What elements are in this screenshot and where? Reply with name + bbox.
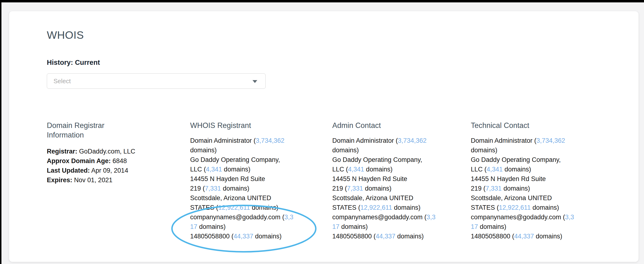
contact-text: domains) [502, 185, 530, 192]
whois-card: WHOIS History: Current Select Domain Reg… [9, 11, 638, 262]
contact-text: 219 ( [471, 185, 486, 192]
domain-count-link[interactable]: 17 [190, 223, 197, 230]
registrar-info-heading: Domain Registrar Information [47, 121, 129, 140]
contact-line: Go Daddy Operating Company, [190, 155, 314, 164]
contact-text: domains) [363, 185, 392, 192]
contact-text: domains) [340, 223, 368, 230]
domain-count-link[interactable]: 3,734,362 [398, 137, 427, 144]
contact-text: Go Daddy Operating Company, [471, 156, 561, 163]
contact-text: STATES ( [332, 204, 360, 211]
contact-line: 14805058800 (44,337 domains) [471, 231, 595, 241]
contact-line: Scottsdale, Arizona UNITED [190, 193, 314, 203]
contact-line: 17 domains) [471, 222, 595, 231]
contact-heading: Technical Contact [471, 121, 595, 130]
contact-text: domains) [392, 204, 421, 211]
domain-count-link[interactable]: 7,331 [205, 185, 221, 192]
domain-count-link[interactable]: 17 [332, 223, 340, 230]
contact-text: 14805058800 ( [190, 233, 234, 240]
contact-text: domains) [471, 147, 497, 154]
contact-line: domains) [332, 145, 456, 155]
contact-text: 14455 N Hayden Rd Suite [332, 175, 407, 182]
contact-line: Scottsdale, Arizona UNITED [332, 193, 456, 203]
contact-text: 219 ( [190, 185, 205, 192]
contact-column: Admin Contact Domain Administrator (3,73… [332, 121, 456, 241]
contact-text: companynames@godaddy.com ( [332, 213, 427, 221]
domain-count-link[interactable]: 44,337 [376, 233, 396, 240]
page-title: WHOIS [47, 29, 84, 41]
contact-text: domains) [364, 166, 393, 173]
history-label: History: Current [47, 59, 100, 67]
contact-text: STATES ( [190, 204, 218, 211]
contact-line: 14805058800 (44,337 domains) [190, 231, 314, 241]
contact-text: domains) [197, 223, 226, 230]
registrar-field-label: Registrar: [47, 148, 78, 155]
contact-line: Domain Administrator (3,734,362 [332, 136, 456, 145]
domain-count-link[interactable]: 44,337 [514, 233, 534, 240]
contact-text: domains) [250, 204, 278, 211]
domain-count-link[interactable]: 3,3 [565, 213, 574, 221]
contact-text: domains) [221, 185, 250, 192]
contact-text: Domain Administrator ( [190, 137, 256, 144]
contact-text: Domain Administrator ( [471, 137, 536, 144]
contact-text: companynames@godaddy.com ( [471, 213, 565, 221]
domain-count-link[interactable]: 3,3 [427, 213, 436, 221]
contact-line: 14455 N Hayden Rd Suite [332, 174, 456, 184]
domain-count-link[interactable]: 12,922,611 [218, 204, 250, 211]
contact-line: companynames@godaddy.com (3,3 [190, 212, 314, 222]
contact-text: LLC ( [471, 166, 486, 173]
contact-text: Go Daddy Operating Company, [190, 156, 280, 163]
contact-line: Go Daddy Operating Company, [471, 155, 595, 164]
contact-line: 14455 N Hayden Rd Suite [190, 174, 314, 184]
contact-line: domains) [471, 145, 595, 155]
domain-count-link[interactable]: 7,331 [347, 185, 363, 192]
contact-line: LLC (4,341 domains) [190, 164, 314, 174]
domain-count-link[interactable]: 4,341 [486, 166, 503, 173]
contact-text: Scottsdale, Arizona UNITED [332, 194, 413, 202]
domain-count-link[interactable]: 3,734,362 [256, 137, 284, 144]
domain-count-link[interactable]: 3,3 [284, 213, 294, 221]
contact-text: LLC ( [190, 166, 206, 173]
domain-count-link[interactable]: 44,337 [234, 233, 254, 240]
contact-text: domains) [534, 233, 562, 240]
contact-line: LLC (4,341 domains) [332, 164, 456, 174]
history-select-placeholder: Select [54, 78, 71, 85]
contact-line: STATES (12,922,611 domains) [471, 203, 595, 212]
contact-line: STATES (12,922,611 domains) [190, 203, 314, 212]
contact-line: 14805058800 (44,337 domains) [332, 231, 456, 241]
contact-lines: Domain Administrator (3,734,362domains)G… [190, 136, 314, 241]
contact-text: domains) [222, 166, 250, 173]
registrar-field-value: Apr 09, 2014 [90, 167, 128, 174]
contact-text: domains) [253, 233, 282, 240]
contact-line: Go Daddy Operating Company, [332, 155, 456, 164]
contact-text: 219 ( [332, 185, 347, 192]
contact-heading: Admin Contact [332, 121, 456, 130]
contact-line: 219 (7,331 domains) [471, 184, 595, 193]
contact-text: domains) [190, 147, 217, 154]
contact-text: Domain Administrator ( [332, 137, 398, 144]
contact-line: LLC (4,341 domains) [471, 164, 595, 174]
contact-text: domains) [503, 166, 531, 173]
contact-text: LLC ( [332, 166, 348, 173]
contact-heading: WHOIS Registrant [190, 121, 314, 130]
history-select[interactable]: Select [47, 73, 266, 89]
contact-text: STATES ( [471, 204, 499, 211]
contact-text: 14455 N Hayden Rd Suite [471, 175, 546, 182]
domain-count-link[interactable]: 3,734,362 [536, 137, 565, 144]
registrar-field-label: Expires: [47, 176, 72, 184]
contact-text: Scottsdale, Arizona UNITED [190, 194, 271, 202]
domain-count-link[interactable]: 12,922,611 [360, 204, 392, 211]
domain-count-link[interactable]: 12,922,611 [499, 204, 531, 211]
contact-text: Scottsdale, Arizona UNITED [471, 194, 552, 202]
contact-text: domains) [478, 223, 506, 230]
contact-lines: Domain Administrator (3,734,362domains)G… [332, 136, 456, 241]
contact-column: Technical Contact Domain Administrator (… [471, 121, 595, 241]
domain-count-link[interactable]: 7,331 [486, 185, 502, 192]
domain-count-link[interactable]: 4,341 [206, 166, 222, 173]
registrar-field-value: Nov 01, 2021 [72, 176, 112, 184]
contact-text: Go Daddy Operating Company, [332, 156, 422, 163]
contact-text: domains) [395, 233, 424, 240]
contact-lines: Domain Administrator (3,734,362domains)G… [471, 136, 595, 241]
domain-count-link[interactable]: 17 [471, 223, 478, 230]
contact-column: WHOIS Registrant Domain Administrator (3… [190, 121, 314, 241]
domain-count-link[interactable]: 4,341 [348, 166, 364, 173]
